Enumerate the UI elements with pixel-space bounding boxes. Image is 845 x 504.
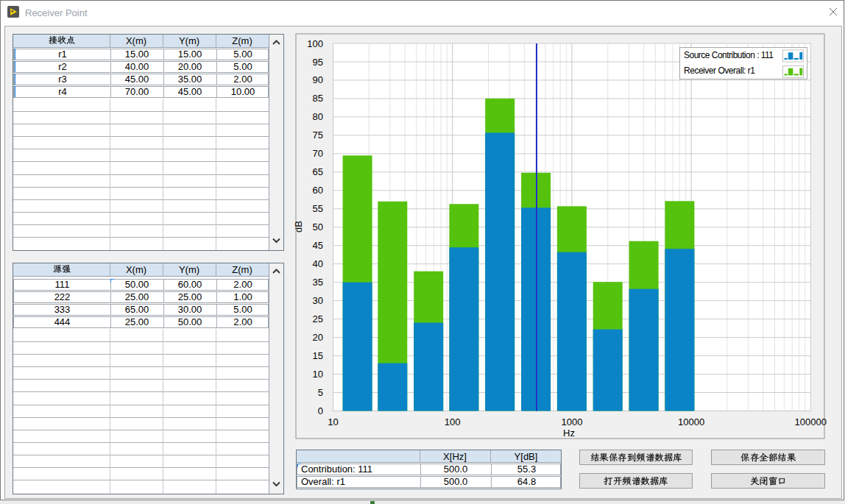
svg-text:90: 90 [313,74,323,85]
svg-text:75: 75 [313,129,323,141]
svg-text:Source Contribution : 111: Source Contribution : 111 [684,50,774,60]
svg-text:Hz: Hz [563,427,575,439]
svg-text:60: 60 [313,185,323,196]
svg-text:80: 80 [313,111,323,122]
svg-text:65: 65 [313,166,323,177]
svg-text:15: 15 [313,350,323,361]
svg-text:5: 5 [318,387,323,398]
svg-text:70: 70 [313,148,323,159]
svg-text:95: 95 [313,57,323,68]
svg-text:35: 35 [313,277,323,288]
svg-text:85: 85 [313,93,323,104]
svg-text:20: 20 [313,332,323,343]
svg-text:100000: 100000 [795,416,827,427]
svg-text:40: 40 [313,258,323,269]
svg-text:50: 50 [313,221,323,233]
svg-text:0: 0 [318,405,323,416]
svg-text:Receiver Overall: r1: Receiver Overall: r1 [684,65,755,76]
svg-text:10: 10 [313,369,323,380]
svg-text:1000: 1000 [561,416,582,427]
svg-text:25: 25 [313,313,323,324]
svg-text:45: 45 [313,240,323,251]
svg-text:dB: dB [293,221,304,233]
svg-text:100: 100 [307,38,323,49]
svg-text:30: 30 [313,295,323,306]
svg-text:10: 10 [328,416,338,427]
svg-text:10000: 10000 [678,416,704,427]
svg-text:55: 55 [313,203,323,214]
svg-text:100: 100 [445,416,461,427]
